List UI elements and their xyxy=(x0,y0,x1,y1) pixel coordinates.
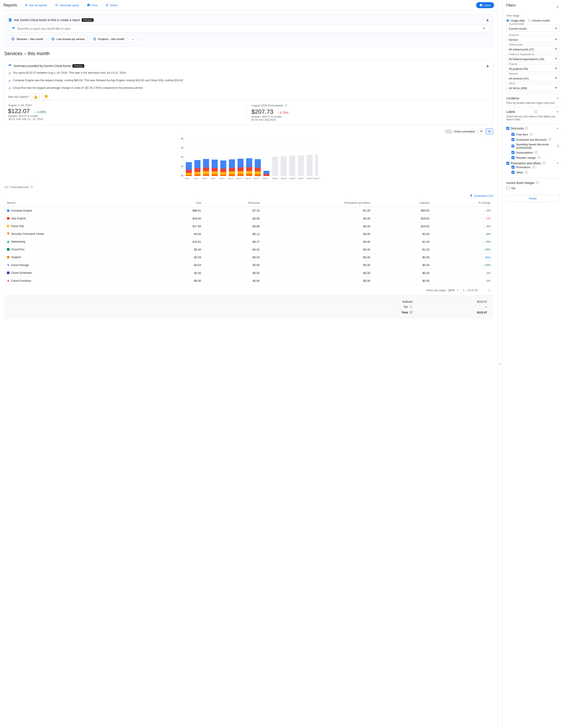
folders-select[interactable]: All folders/organizations (28) xyxy=(506,55,560,62)
print-label: Print xyxy=(92,4,97,7)
sidebar-toggle[interactable] xyxy=(498,0,503,728)
subaccounts-select[interactable]: All subaccounts (27) xyxy=(506,45,560,53)
tax-checkbox[interactable] xyxy=(506,187,509,190)
share-button[interactable]: Share xyxy=(103,2,120,8)
quick-report-services[interactable]: Services – this month xyxy=(8,35,46,43)
summary-preview-badge: Preview xyxy=(72,64,84,68)
show-cumulative-toggle[interactable]: Show cumulative xyxy=(445,129,475,134)
discounts-cell: -$0.98 xyxy=(204,215,262,222)
subtotal-cell: $16.62 xyxy=(373,222,432,230)
invoice-help-icon[interactable]: ⓘ xyxy=(536,181,539,185)
locations-header[interactable]: Locations xyxy=(506,96,560,100)
skus-select[interactable]: All SKUs (408) xyxy=(506,84,560,91)
learn-icon xyxy=(479,3,483,7)
thumbs-down-button[interactable]: 👎 xyxy=(42,94,50,100)
next-page-button[interactable]: › xyxy=(488,288,491,293)
forecast-help-icon[interactable]: ⓘ xyxy=(285,104,287,107)
sidebar-expand-icon[interactable] xyxy=(555,5,560,9)
labels-desc: Select the key and values of the labels … xyxy=(506,115,560,121)
subscriptions-checkbox[interactable] xyxy=(512,151,515,154)
filters-sidebar: Filters Time range Usage date Invoice mo… xyxy=(503,0,563,728)
promotions-help-icon[interactable]: ⓘ xyxy=(542,161,545,165)
time-range-select[interactable]: Current month xyxy=(506,24,560,32)
service-name-cell: Compute Engine xyxy=(4,207,155,215)
gemini-assist-box: Ask Gemini Cloud Assist to find or creat… xyxy=(4,14,493,47)
reseller-help-icon[interactable]: ⓘ xyxy=(538,156,540,160)
other-checkbox[interactable] xyxy=(512,171,515,174)
total-help-icon[interactable]: ⓘ xyxy=(410,311,412,314)
quick-report-last-invoice[interactable]: Last invoice by service xyxy=(48,35,88,43)
svg-text:Aug 21: Aug 21 xyxy=(272,177,278,179)
promotions-sub-help-icon[interactable]: ⓘ xyxy=(532,165,535,169)
promotions-header[interactable]: Promotions and others ⓘ xyxy=(506,161,560,165)
bar-chart-button[interactable] xyxy=(486,128,493,135)
forecast-stat-block: August 2024 (forecasted) ⓘ $207.73 ↑ 0.7… xyxy=(246,104,490,121)
total-label: Total ⓘ xyxy=(345,310,415,315)
invoice-month-option[interactable]: Invoice month xyxy=(528,19,550,22)
service-name-cell: Security Command Center xyxy=(4,230,155,238)
quick-reports-next-button[interactable]: › xyxy=(129,35,137,43)
gemini-collapse-button[interactable]: ▲ xyxy=(486,18,490,22)
services-select[interactable]: All services (47) xyxy=(506,74,560,82)
spending-help-icon[interactable]: ⓘ xyxy=(557,144,560,148)
generate-query-button[interactable]: Generate query xyxy=(53,2,81,8)
table-row: App Engine $19.60 -$0.98 $0.00 $18.62 ↑ … xyxy=(4,215,493,222)
promotions-others-checkbox[interactable] xyxy=(506,162,509,165)
svg-point-2 xyxy=(12,39,13,39)
svg-rect-57 xyxy=(272,157,278,176)
see-all-reports-button[interactable]: See all reports xyxy=(22,2,49,8)
reset-button[interactable]: Reset xyxy=(506,195,560,202)
other-help-icon[interactable]: ⓘ xyxy=(525,170,528,174)
free-tiers-help-icon[interactable]: ⓘ xyxy=(530,132,533,136)
svg-rect-61 xyxy=(307,155,313,176)
table-row: Security Command Center $3.05 -$0.12 $0.… xyxy=(4,230,493,238)
toggle-switch[interactable] xyxy=(445,129,453,134)
projects-select[interactable]: All projects (55) xyxy=(506,64,560,72)
subtotal-cell: $18.62 xyxy=(373,215,432,222)
discounts-cell: -$7.18 xyxy=(204,207,262,215)
svg-text:Aug 17: Aug 17 xyxy=(253,177,259,179)
svg-text:Aug 15: Aug 15 xyxy=(244,177,251,179)
summary-collapse-button[interactable]: ▲ xyxy=(486,64,490,68)
gemini-input-area xyxy=(8,25,490,33)
sustained-use-checkbox[interactable] xyxy=(512,138,515,141)
free-tiers-checkbox[interactable] xyxy=(512,133,515,136)
usage-date-option[interactable]: Usage date xyxy=(506,19,525,22)
services-table: Service Cost Discounts Promotions and ot… xyxy=(4,199,493,285)
change-cell: ↓ 20% xyxy=(432,261,493,269)
line-chart-button[interactable] xyxy=(478,128,485,135)
credits-header[interactable]: Discounts ⓘ xyxy=(506,126,560,130)
forecasted-box xyxy=(4,186,9,188)
reseller-margin-checkbox[interactable] xyxy=(512,156,515,159)
quick-reports-row: Services – this month Last invoice by se… xyxy=(8,35,490,43)
thumbs-up-button[interactable]: 👍 xyxy=(31,94,40,100)
labels-header[interactable]: Labels ⓘ xyxy=(506,110,560,114)
col-service: Service xyxy=(4,199,155,207)
group-by-select[interactable]: Service xyxy=(506,35,560,43)
quick-report-projects[interactable]: Projects – this month xyxy=(90,35,127,43)
prev-page-button[interactable]: ‹ xyxy=(481,288,484,293)
sustained-help-icon[interactable]: ⓘ xyxy=(548,138,551,142)
sort-icon: ↓ xyxy=(418,201,420,204)
gemini-text-input[interactable] xyxy=(17,27,480,30)
spending-based-checkbox[interactable] xyxy=(512,145,514,148)
print-icon xyxy=(87,3,90,7)
subaccounts-wrapper: Subaccounts All subaccounts (27) ▼ xyxy=(506,45,560,53)
learn-button[interactable]: Learn xyxy=(476,2,494,8)
rows-per-page-select[interactable]: 10 25 50 xyxy=(448,288,455,292)
promotions-checkbox[interactable] xyxy=(512,166,515,169)
subscriptions-help-icon[interactable]: ⓘ xyxy=(535,151,538,154)
discounts-checkbox[interactable] xyxy=(506,127,509,130)
discounts-help-icon[interactable]: ⓘ xyxy=(525,126,528,130)
labels-help-icon[interactable]: ⓘ xyxy=(534,110,537,114)
credits-sub: Free tiers ⓘ Sustained use discounts ⓘ S… xyxy=(506,132,560,160)
time-range-radio-row: Usage date Invoice month xyxy=(506,19,560,22)
usage-date-radio[interactable] xyxy=(506,19,509,22)
tax-checkbox-row: Tax xyxy=(506,187,560,190)
forecasted-help-icon[interactable]: ⓘ xyxy=(30,185,33,189)
print-button[interactable]: Print xyxy=(85,2,100,8)
invoice-month-radio[interactable] xyxy=(528,19,531,22)
tax-help-icon[interactable]: ⓘ xyxy=(410,305,412,308)
download-csv-button[interactable]: Download CSV xyxy=(470,194,493,198)
locations-section: Locations Filter by location data like r… xyxy=(506,93,560,107)
